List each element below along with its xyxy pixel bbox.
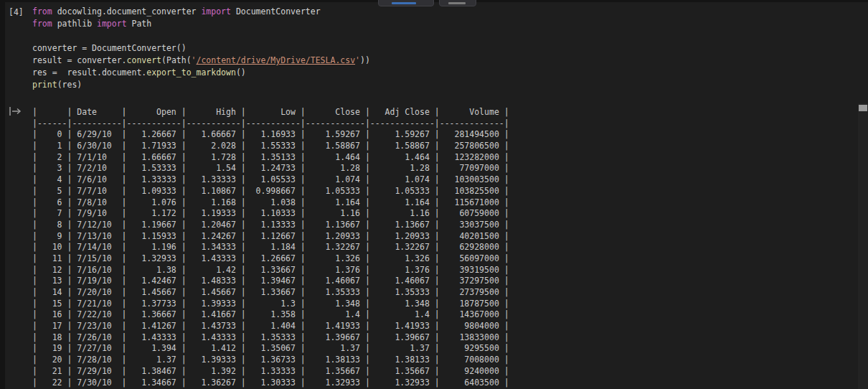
table-row: | 9 | 7/13/10 | 1.15933 | 1.24267 | 1.12…: [32, 231, 509, 243]
table-row: | 18 | 7/26/10 | 1.43333 | 1.43333 | 1.3…: [32, 332, 509, 344]
table-row: | 20 | 7/28/10 | 1.37 | 1.39333 | 1.3673…: [32, 355, 509, 366]
table-row: | 17 | 7/23/10 | 1.41267 | 1.43733 | 1.4…: [32, 321, 509, 332]
table-row: | 21 | 7/29/10 | 1.38467 | 1.392 | 1.333…: [32, 366, 509, 378]
clipped-button-content: [392, 2, 416, 4]
code-line[interactable]: from pathlib import Path: [32, 18, 370, 30]
table-row: | 5 | 7/7/10 | 1.09333 | 1.10867 | 0.998…: [32, 186, 509, 197]
output-scrollbar[interactable]: [858, 103, 868, 389]
table-row: | 15 | 7/21/10 | 1.37733 | 1.39333 | 1.3…: [32, 299, 509, 310]
cell-output-icon[interactable]: [9, 106, 23, 117]
code-line[interactable]: print(res): [32, 79, 370, 91]
scrollbar-thumb[interactable]: [859, 105, 867, 111]
table-row: | 4 | 7/6/10 | 1.33333 | 1.33333 | 1.055…: [32, 174, 509, 186]
table-row: | 14 | 7/20/10 | 1.45667 | 1.45667 | 1.3…: [32, 287, 509, 299]
table-row: | 6 | 7/8/10 | 1.076 | 1.168 | 1.038 | 1…: [32, 197, 509, 209]
table-row: | 12 | 7/16/10 | 1.38 | 1.42 | 1.33667 |…: [32, 265, 509, 276]
clipped-toolbar-button-2[interactable]: [439, 0, 476, 6]
table-row: | 1 | 6/30/10 | 1.71933 | 2.028 | 1.5533…: [32, 141, 509, 152]
table-row: | 19 | 7/27/10 | 1.394 | 1.412 | 1.35067…: [32, 343, 509, 355]
left-gutter: [0, 0, 5, 389]
code-line[interactable]: converter = DocumentConverter(): [32, 42, 370, 55]
output-table: | | Date | Open | High | Low | Close | A…: [32, 107, 509, 388]
table-row: | 0 | 6/29/10 | 1.26667 | 1.66667 | 1.16…: [32, 129, 509, 141]
clipped-button-content: [448, 2, 466, 4]
execution-count: [4]: [9, 6, 24, 19]
table-row: | 8 | 7/12/10 | 1.19667 | 1.20467 | 1.13…: [32, 220, 509, 231]
code-line[interactable]: from docowling.document_converter import…: [32, 6, 370, 18]
table-row: | 13 | 7/19/10 | 1.42467 | 1.48333 | 1.3…: [32, 276, 509, 287]
top-edge: [0, 0, 868, 2]
table-row: | 2 | 7/1/10 | 1.66667 | 1.728 | 1.35133…: [32, 152, 509, 164]
code-line[interactable]: res = result.document.export_to_markdown…: [32, 67, 370, 79]
table-row: |------|----------|-----------|---------…: [32, 118, 509, 130]
table-row: | 3 | 7/2/10 | 1.53333 | 1.54 | 1.24733 …: [32, 163, 509, 174]
table-row: | 7 | 7/9/10 | 1.172 | 1.19333 | 1.10333…: [32, 208, 509, 220]
clipped-toolbar-button-1[interactable]: [378, 0, 434, 6]
notebook-viewport: [4] from docowling.document_converter im…: [0, 0, 868, 389]
table-row: | 22 | 7/30/10 | 1.34667 | 1.36267 | 1.3…: [32, 378, 509, 389]
table-row: | | Date | Open | High | Low | Close | A…: [32, 107, 509, 118]
table-row: | 16 | 7/22/10 | 1.36667 | 1.41667 | 1.3…: [32, 309, 509, 321]
table-row: | 11 | 7/15/10 | 1.32933 | 1.43333 | 1.2…: [32, 253, 509, 265]
code-block[interactable]: from docowling.document_converter import…: [32, 6, 370, 91]
table-row: | 10 | 7/14/10 | 1.196 | 1.34333 | 1.184…: [32, 242, 509, 253]
code-line[interactable]: result = converter.convert(Path('/conten…: [32, 55, 370, 67]
code-line[interactable]: [32, 30, 370, 42]
